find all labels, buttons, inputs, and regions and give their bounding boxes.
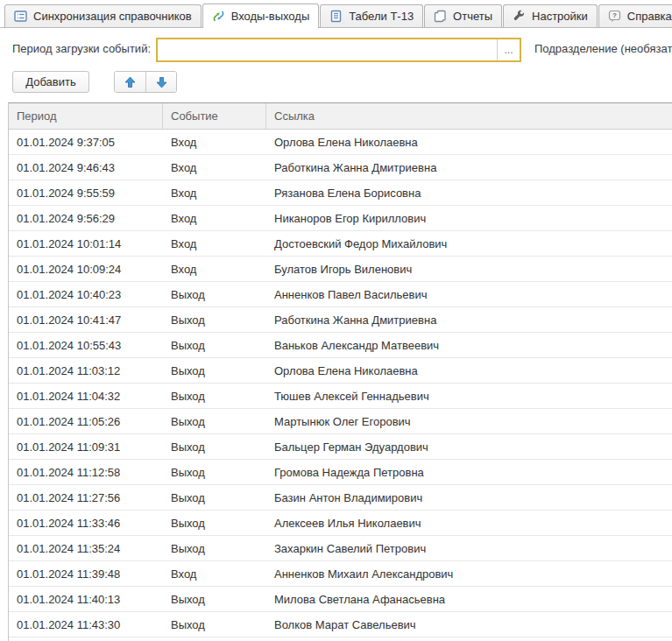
- cell-link: Тюшев Алексей Геннадьевич: [266, 384, 672, 408]
- cell-event: Выход: [163, 384, 266, 408]
- cell-link: Захаркин Савелий Петрович: [266, 536, 672, 560]
- cell-period: 01.01.2024 9:55:59: [9, 180, 163, 205]
- move-up-button[interactable]: [115, 72, 145, 92]
- cell-period: 01.01.2024 11:39:48: [9, 561, 163, 586]
- tab-help[interactable]: ? Справка: [598, 4, 672, 27]
- tab-reports[interactable]: Отчеты: [424, 4, 502, 27]
- tab-label: Табели Т-13: [349, 10, 414, 23]
- tab-sync-catalogs[interactable]: Синхронизация справочников: [4, 4, 202, 27]
- cell-link: Бальцер Герман Эдуардович: [266, 434, 672, 459]
- cell-link: Волков Марат Савельевич: [266, 612, 672, 637]
- cell-link: Милова Светлана Афанасьевна: [266, 587, 672, 611]
- tab-settings[interactable]: Настройки: [503, 4, 598, 27]
- table-row[interactable]: 01.01.2024 11:03:12 Выход Орлова Елена Н…: [9, 358, 672, 384]
- cell-period: 01.01.2024 11:09:31: [9, 434, 163, 459]
- period-field: ...: [156, 38, 521, 62]
- cell-event: Вход: [163, 561, 266, 586]
- cell-event: Вход: [163, 257, 266, 281]
- add-button[interactable]: Добавить: [12, 71, 89, 93]
- catalog-sync-icon: [14, 10, 27, 23]
- cell-event: Выход: [163, 434, 266, 459]
- table-row[interactable]: 01.01.2024 10:55:43 Выход Ваньков Алекса…: [9, 333, 672, 358]
- app-window: Синхронизация справочников Входы-выходы …: [0, 0, 672, 641]
- table-row[interactable]: 01.01.2024 11:05:26 Выход Мартынюк Олег …: [9, 409, 672, 434]
- table-row[interactable]: 01.01.2024 9:46:43 Вход Работкина Жанна …: [9, 155, 672, 180]
- cell-event: Выход: [163, 358, 266, 383]
- cell-period: 01.01.2024 11:40:13: [9, 587, 163, 611]
- tab-label: Настройки: [532, 10, 588, 23]
- column-header-link[interactable]: Ссылка: [266, 103, 672, 129]
- cell-event: Выход: [163, 307, 266, 332]
- cell-link: Ваньков Александр Матвеевич: [266, 333, 672, 357]
- table-row[interactable]: 01.01.2024 11:33:46 Выход Алексеев Илья …: [9, 511, 672, 536]
- cell-period: 01.01.2024 11:03:12: [9, 358, 163, 383]
- cell-link: Мартынюк Олег Егорович: [266, 409, 672, 433]
- column-header-period[interactable]: Период: [9, 103, 163, 129]
- table-row[interactable]: 01.01.2024 11:39:48 Вход Анненков Михаил…: [9, 561, 672, 587]
- cell-link: Базин Антон Владимирович: [266, 485, 672, 510]
- arrow-down-icon: [156, 76, 167, 88]
- events-table: Период Событие Ссылка 01.01.2024 9:37:05…: [8, 102, 672, 641]
- cell-link: Никаноров Егор Кириллович: [266, 206, 672, 230]
- table-row[interactable]: 01.01.2024 11:09:31 Выход Бальцер Герман…: [9, 434, 672, 460]
- cell-period: 01.01.2024 9:37:05: [9, 130, 163, 154]
- cell-period: 01.01.2024 11:12:58: [9, 460, 163, 484]
- table-row[interactable]: 01.01.2024 11:43:30 Выход Волков Марат С…: [9, 612, 672, 637]
- period-label: Период загрузки событий:: [12, 42, 151, 55]
- cell-period: 01.01.2024 11:27:56: [9, 485, 163, 510]
- tab-in-out[interactable]: Входы-выходы: [202, 4, 320, 28]
- tab-label: Входы-выходы: [231, 10, 310, 23]
- cell-event: Выход: [163, 612, 266, 637]
- cell-link: Анненков Михаил Александрович: [266, 561, 672, 586]
- tab-label: Отчеты: [453, 10, 492, 23]
- cell-period: 01.01.2024 11:05:26: [9, 409, 163, 433]
- cell-event: Выход: [163, 460, 266, 484]
- cell-event: Выход: [163, 485, 266, 510]
- toolbar: Добавить: [0, 71, 672, 94]
- move-buttons-group: [114, 71, 177, 93]
- filter-row: Период загрузки событий: ... Подразделен…: [0, 35, 672, 65]
- table-row[interactable]: 01.01.2024 9:37:05 Вход Орлова Елена Ник…: [9, 130, 672, 155]
- table-row[interactable]: 01.01.2024 9:55:59 Вход Рязанова Елена Б…: [9, 180, 672, 206]
- cell-period: 01.01.2024 10:01:14: [9, 231, 163, 256]
- period-input[interactable]: [158, 39, 497, 60]
- cell-event: Выход: [163, 333, 266, 357]
- cell-period: 01.01.2024 10:41:47: [9, 307, 163, 332]
- cell-period: 01.01.2024 10:55:43: [9, 333, 163, 357]
- cell-link: Орлова Елена Николаевна: [266, 130, 672, 154]
- table-row[interactable]: 01.01.2024 11:27:56 Выход Базин Антон Вл…: [9, 485, 672, 511]
- table-row[interactable]: 01.01.2024 10:40:23 Выход Анненков Павел…: [9, 282, 672, 307]
- cell-link: Булатов Игорь Виленович: [266, 257, 672, 281]
- table-row[interactable]: 01.01.2024 11:40:13 Выход Милова Светлан…: [9, 587, 672, 612]
- table-row[interactable]: 01.01.2024 10:09:24 Вход Булатов Игорь В…: [9, 257, 672, 282]
- cell-event: Выход: [163, 409, 266, 433]
- cell-link: Рязанова Елена Борисовна: [266, 180, 672, 205]
- reports-copy-icon: [434, 10, 447, 23]
- wrench-icon: [513, 10, 526, 23]
- column-header-event[interactable]: Событие: [163, 103, 266, 129]
- cell-event: Выход: [163, 536, 266, 560]
- cell-period: 01.01.2024 11:35:24: [9, 536, 163, 560]
- table-row[interactable]: 01.01.2024 11:35:24 Выход Захаркин Савел…: [9, 536, 672, 561]
- cell-period: 01.01.2024 11:43:30: [9, 612, 163, 637]
- cell-period: 01.01.2024 10:09:24: [9, 257, 163, 281]
- cell-link: Громова Надежда Петровна: [266, 460, 672, 484]
- tab-timesheets[interactable]: Табели Т-13: [320, 4, 423, 27]
- cell-event: Выход: [163, 587, 266, 611]
- period-picker-button[interactable]: ...: [497, 39, 520, 60]
- timesheet-document-icon: [329, 10, 343, 23]
- table-row[interactable]: 01.01.2024 11:04:32 Выход Тюшев Алексей …: [9, 384, 672, 409]
- table-row[interactable]: 01.01.2024 10:01:14 Вход Достоевский Фед…: [9, 231, 672, 257]
- cell-period: 01.01.2024 9:46:43: [9, 155, 163, 180]
- cell-period: 01.01.2024 11:04:32: [9, 384, 163, 408]
- table-row[interactable]: 01.01.2024 9:56:29 Вход Никаноров Егор К…: [9, 206, 672, 231]
- table-row[interactable]: 01.01.2024 10:41:47 Выход Работкина Жанн…: [9, 307, 672, 333]
- cell-event: Вход: [163, 130, 266, 154]
- move-down-button[interactable]: [145, 72, 176, 92]
- table-header: Период Событие Ссылка: [9, 103, 672, 130]
- department-label: Подразделение (необязател: [534, 42, 672, 55]
- cell-event: Вход: [163, 155, 266, 180]
- cell-link: Анненков Павел Васильевич: [266, 282, 672, 306]
- cell-event: Выход: [163, 282, 266, 306]
- table-row[interactable]: 01.01.2024 11:12:58 Выход Громова Надежд…: [9, 460, 672, 485]
